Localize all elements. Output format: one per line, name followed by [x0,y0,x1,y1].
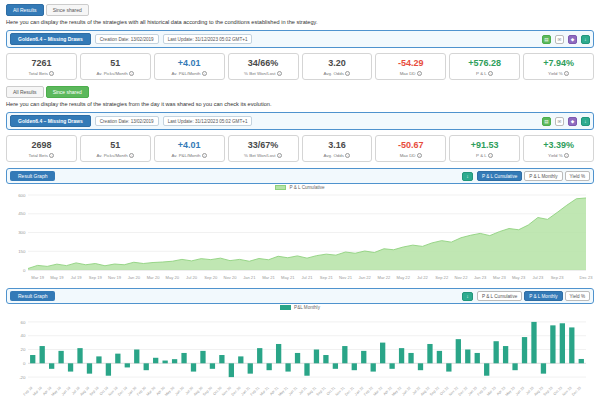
result-graph-title: Result Graph [10,291,55,301]
svg-text:150: 150 [18,249,26,254]
stat-value: 34/66% [231,58,296,68]
envelope-icon: ✉ [558,119,562,124]
svg-text:May 21: May 21 [281,275,295,280]
stat-total-bets: 7261 Total Betsi [6,53,77,80]
strategy-name-button[interactable]: Golden6.4 – Missing Draws [10,33,91,45]
svg-text:Dec 23: Dec 23 [580,275,594,280]
stat-label: Yield % [548,71,563,76]
compare-icon-button[interactable]: ◆ [568,117,577,126]
stat-av-pl-month: +4.01 Av. P&L/Monthi [154,135,225,162]
envelope-icon-button[interactable]: ✉ [555,117,564,126]
svg-text:Nov 20: Nov 20 [224,275,238,280]
toggle-yield[interactable]: Yield % [565,291,590,301]
compare-icon-button[interactable]: ◆ [568,35,577,44]
stat-value: -50.67 [378,140,443,150]
svg-text:May 23: May 23 [512,275,526,280]
svg-text:Nov 22: Nov 22 [448,386,459,397]
envelope-icon-button[interactable]: ✉ [555,35,564,44]
stats-row-since-shared: 2698 Total Betsi 51 Av. Picks/Monthi +4.… [6,135,594,162]
svg-text:Dec 19: Dec 19 [117,386,128,397]
info-icon[interactable]: i [345,71,350,76]
svg-text:Feb 19: Feb 19 [23,386,34,397]
svg-text:Nov 20: Nov 20 [221,386,232,397]
stat-value: 3.16 [305,140,370,150]
svg-text:Jun 21: Jun 21 [288,386,298,396]
toggle-pl-monthly[interactable]: P & L Monthly [524,171,562,181]
stat-value: 51 [83,58,148,68]
info-icon[interactable]: i [488,153,493,158]
download-icon-button[interactable]: ↓ [581,35,590,44]
tab-all-results[interactable]: All Results [6,86,44,98]
download-chart-button[interactable]: ↓ [462,292,473,301]
info-icon[interactable]: i [417,153,422,158]
pl-cumulative-chart: 0150300450600Mar 19May 19Jul 19Sep 19Nov… [6,190,594,282]
svg-text:Sep 20: Sep 20 [202,386,213,397]
info-icon[interactable]: i [129,71,134,76]
chart-icon-button[interactable]: ▤ [542,117,551,126]
compare-icon: ◆ [571,119,575,124]
svg-text:Sep 22: Sep 22 [429,386,440,397]
svg-text:Nov 19: Nov 19 [108,386,119,397]
stat-av-picks-month: 51 Av. Picks/Monthi [80,53,151,80]
stat-value: +91.53 [452,140,517,150]
section-description: Here you can display the results of the … [6,101,594,107]
info-icon[interactable]: i [345,153,350,158]
svg-text:Jun 23: Jun 23 [515,386,525,396]
info-icon[interactable]: i [564,71,569,76]
download-icon: ↓ [584,37,586,42]
chart-icon-button[interactable]: ▤ [542,35,551,44]
svg-text:Jun 20: Jun 20 [174,386,184,396]
strategy-name-button[interactable]: Golden6.4 – Missing Draws [10,115,91,127]
results-filter-tabs-1: All Results Since shared [6,4,594,16]
info-icon[interactable]: i [488,71,493,76]
download-icon: ↓ [466,173,469,179]
svg-text:Jun 22: Jun 22 [401,386,411,396]
svg-text:Mar 23: Mar 23 [493,275,506,280]
svg-text:Jan 21: Jan 21 [243,275,256,280]
section-description: Here you can display the results of the … [6,19,594,25]
svg-text:Sep 23: Sep 23 [551,275,565,280]
svg-text:May 19: May 19 [51,386,62,397]
strategy-panel-header-1: Golden6.4 – Missing Draws Creation Date:… [6,30,594,48]
stat-pl: +576.28 P & Li [449,53,520,80]
chart-icon: ▤ [544,37,548,42]
info-icon[interactable]: i [49,71,54,76]
svg-text:Jan 20: Jan 20 [128,275,141,280]
stat-label: % Bet Won/Lost [244,153,275,158]
stat-label: P & L [476,71,487,76]
info-icon[interactable]: i [129,153,134,158]
info-icon[interactable]: i [202,71,207,76]
toggle-pl-cumulative[interactable]: P & L Cumulative [477,171,522,181]
stat-label: Av. P&L/Month [171,71,200,76]
toggle-pl-monthly[interactable]: P & L Monthly [524,291,562,301]
stat-value: +4.01 [157,140,222,150]
stat-value: 3.20 [305,58,370,68]
svg-text:Nov 21: Nov 21 [335,386,346,397]
stat-total-bets: 2698 Total Betsi [6,135,77,162]
svg-text:Nov 22: Nov 22 [454,275,468,280]
stat-label: Av. Picks/Month [97,153,128,158]
download-chart-button[interactable]: ↓ [462,172,473,181]
stat-value: 7261 [9,58,74,68]
download-icon-button[interactable]: ↓ [581,117,590,126]
stat-label: Avg. Odds [323,71,343,76]
info-icon[interactable]: i [49,153,54,158]
stat-label: Max DD [400,153,416,158]
info-icon[interactable]: i [417,71,422,76]
tab-since-shared[interactable]: Since shared [46,4,89,16]
toggle-yield[interactable]: Yield % [565,171,590,181]
svg-text:Sep 19: Sep 19 [89,275,103,280]
tab-all-results[interactable]: All Results [6,4,44,16]
svg-text:-20: -20 [19,375,26,380]
info-icon[interactable]: i [202,153,207,158]
toggle-pl-cumulative[interactable]: P & L Cumulative [477,291,522,301]
info-icon[interactable]: i [277,153,282,158]
download-icon: ↓ [584,119,586,124]
info-icon[interactable]: i [564,153,569,158]
info-icon[interactable]: i [277,71,282,76]
tab-since-shared[interactable]: Since shared [46,86,89,98]
last-update-badge: Last Update: 31/12/2023 05:02 GMT+1 [163,34,253,44]
stat-value: +3.39% [526,140,591,150]
svg-text:Aug 23: Aug 23 [533,386,544,397]
download-icon: ↓ [466,293,469,299]
